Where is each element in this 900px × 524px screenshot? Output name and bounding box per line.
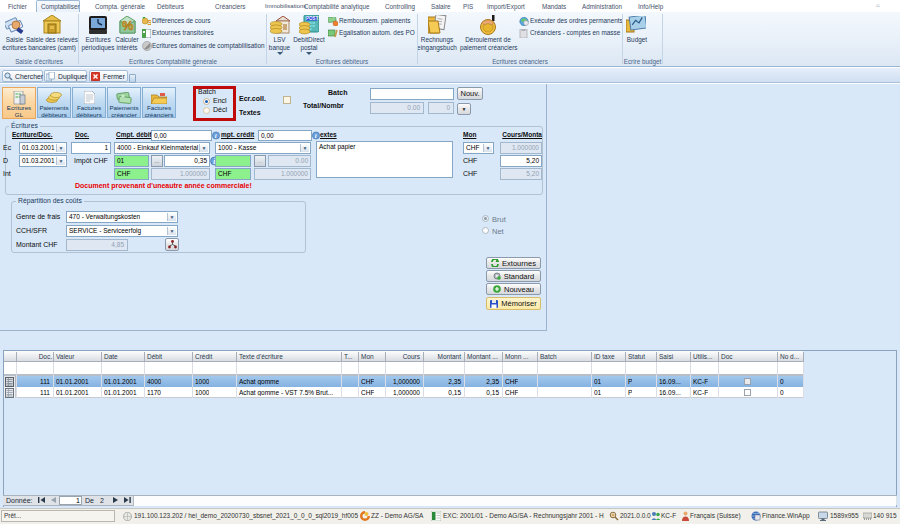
svg-text:S: S	[147, 18, 151, 26]
svg-text:POST: POST	[306, 16, 319, 21]
svg-text:i: i	[215, 132, 217, 139]
svg-text:i: i	[315, 132, 317, 139]
svg-text:%: %	[122, 18, 134, 33]
